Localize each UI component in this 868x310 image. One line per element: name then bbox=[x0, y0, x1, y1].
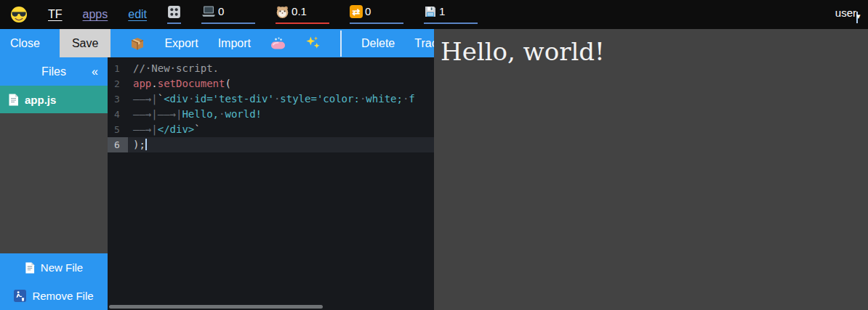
horizontal-scrollbar[interactable] bbox=[109, 305, 323, 309]
floppy-icon bbox=[424, 5, 437, 18]
close-button[interactable]: Close bbox=[10, 37, 40, 50]
code-token: ` bbox=[158, 93, 164, 105]
stat-cpu-value: 0 bbox=[218, 5, 224, 18]
code-token: f bbox=[409, 93, 414, 105]
stat-repeat[interactable]: ⇄ 0 bbox=[350, 5, 403, 24]
stat-cpu[interactable]: 0 bbox=[201, 5, 255, 24]
code-token: style='color: bbox=[280, 93, 360, 105]
package-button[interactable] bbox=[130, 36, 145, 51]
line-number: 4 bbox=[108, 107, 128, 122]
package-icon bbox=[130, 36, 145, 51]
tab-whitespace-marker: ——→| bbox=[158, 108, 182, 120]
nav-link-apps[interactable]: apps bbox=[83, 8, 108, 21]
sparkles-icon bbox=[305, 36, 321, 51]
stat-storage[interactable]: 1 bbox=[424, 5, 478, 24]
import-button[interactable]: Import bbox=[218, 37, 251, 50]
files-header: Files « bbox=[0, 57, 108, 86]
code-token: ` bbox=[194, 123, 200, 135]
preview-hello-text: Hello, world! bbox=[434, 29, 868, 66]
new-file-button[interactable]: New File bbox=[0, 253, 108, 282]
collapse-sidebar-icon[interactable]: « bbox=[92, 65, 98, 78]
die-grid-icon[interactable] bbox=[167, 5, 181, 24]
line-number: 6 bbox=[108, 137, 128, 152]
code-editor[interactable]: 1//·New·script.2app.setDocument(3——→|`<d… bbox=[108, 57, 434, 310]
code-token: . bbox=[151, 78, 157, 89]
code-line[interactable]: 3——→|`<div·id='test-div'·style='color:·w… bbox=[108, 91, 434, 107]
line-number: 1 bbox=[108, 61, 128, 76]
remove-file-button[interactable]: Remove File bbox=[0, 282, 108, 310]
nav-link-edit[interactable]: edit bbox=[128, 8, 147, 21]
tab-whitespace-marker: ——→| bbox=[133, 93, 158, 105]
code-token: setDocument bbox=[158, 78, 225, 89]
chevron-down-icon: ▾ bbox=[856, 12, 858, 23]
code-line[interactable]: 6); bbox=[108, 137, 434, 152]
line-number: 5 bbox=[108, 122, 128, 137]
code-token: </div> bbox=[158, 123, 195, 135]
stat-storage-value: 1 bbox=[439, 5, 445, 18]
code-line-text: app.setDocument( bbox=[128, 76, 231, 91]
stat-repeat-value: 0 bbox=[365, 5, 371, 18]
laptop-icon bbox=[201, 5, 216, 17]
editor-toolbar: Close Save Export Import bbox=[0, 29, 434, 57]
sparkles-button[interactable] bbox=[305, 36, 321, 51]
soap-button[interactable] bbox=[270, 36, 286, 51]
code-line-text: ); bbox=[128, 137, 147, 152]
files-title: Files bbox=[41, 65, 66, 78]
code-lines: 1//·New·script.2app.setDocument(3——→|`<d… bbox=[108, 57, 434, 152]
brand-link[interactable]: TF bbox=[48, 8, 63, 21]
code-line-text: ——→|——→|Hello,·world! bbox=[128, 107, 262, 122]
code-line-text: //·New·script. bbox=[128, 61, 219, 76]
top-bar: TF apps edit 0 0.1 bbox=[0, 0, 868, 29]
litter-bin-icon bbox=[14, 290, 26, 302]
line-number: 3 bbox=[108, 91, 128, 107]
file-item-appjs[interactable]: app.js bbox=[0, 86, 108, 113]
code-token: world! bbox=[225, 108, 262, 120]
code-token: id='test-div' bbox=[194, 93, 274, 105]
code-token: app bbox=[133, 78, 151, 89]
code-token: <div bbox=[164, 93, 188, 105]
user-menu-label: user bbox=[835, 7, 856, 19]
export-button[interactable]: Export bbox=[164, 37, 198, 50]
code-token: Hello, bbox=[182, 108, 219, 120]
code-line[interactable]: 2app.setDocument( bbox=[108, 76, 434, 91]
sunglasses-emoji-icon[interactable] bbox=[10, 6, 28, 23]
empty-swatch-box[interactable] bbox=[340, 30, 342, 57]
files-sidebar: Files « app.js New File bbox=[0, 57, 108, 310]
remove-file-label: Remove File bbox=[32, 290, 93, 302]
new-file-icon bbox=[25, 262, 35, 274]
save-button[interactable]: Save bbox=[60, 29, 110, 57]
sidebar-actions: New File Remove File bbox=[0, 253, 108, 310]
code-token: ); bbox=[133, 139, 145, 150]
stat-hamster[interactable]: 0.1 bbox=[276, 5, 329, 24]
hamster-icon bbox=[276, 5, 289, 19]
code-line-text: ——→|</div>` bbox=[128, 122, 201, 137]
code-line[interactable]: 1//·New·script. bbox=[108, 61, 434, 76]
line-number: 2 bbox=[108, 76, 128, 91]
code-line[interactable]: 4——→|——→|Hello,·world! bbox=[108, 107, 434, 122]
code-token: white; bbox=[366, 93, 403, 105]
new-file-label: New File bbox=[41, 261, 83, 274]
text-cursor bbox=[145, 139, 147, 150]
tab-whitespace-marker: ——→| bbox=[133, 123, 158, 135]
delete-button[interactable]: Delete bbox=[361, 37, 395, 50]
code-token: //·New·script. bbox=[133, 62, 219, 74]
app-preview-pane: Hello, world! bbox=[434, 29, 868, 310]
repeat-icon: ⇄ bbox=[350, 5, 363, 18]
code-line-text: ——→|`<div·id='test-div'·style='color:·wh… bbox=[128, 91, 415, 107]
soap-icon bbox=[270, 36, 286, 51]
file-icon bbox=[8, 94, 19, 106]
code-token: ( bbox=[225, 78, 230, 89]
user-menu[interactable]: user▾ bbox=[835, 7, 858, 23]
code-line[interactable]: 5——→|</div>` bbox=[108, 122, 434, 137]
stat-hamster-value: 0.1 bbox=[292, 5, 307, 18]
file-name: app.js bbox=[25, 94, 56, 106]
tab-whitespace-marker: ——→| bbox=[133, 108, 158, 120]
